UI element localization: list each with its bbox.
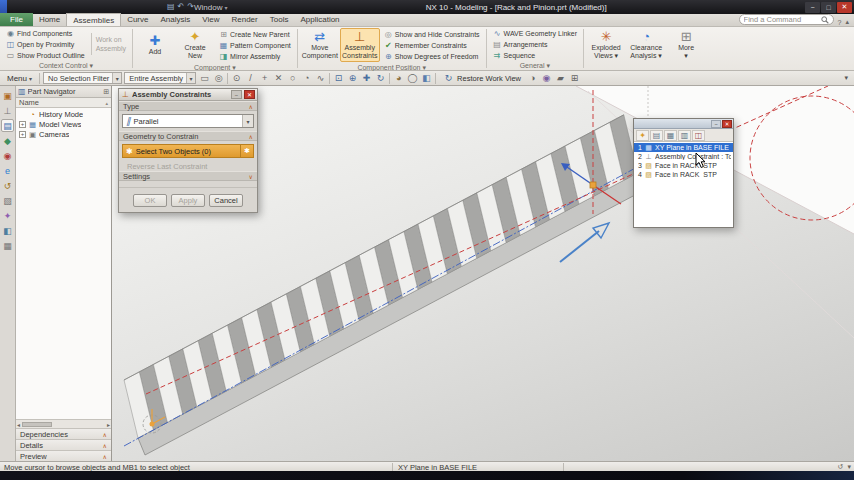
panel-close-button[interactable]: ✕ xyxy=(722,120,732,128)
render-style-icon[interactable]: ◑ xyxy=(526,72,539,85)
expand-icon[interactable]: + xyxy=(19,131,26,138)
apply-button[interactable]: Apply xyxy=(171,194,205,207)
undo-icon[interactable]: ↶ xyxy=(178,3,185,11)
mirror-assembly-button[interactable]: ◨Mirror Assembly xyxy=(217,51,293,61)
scroll-left-icon[interactable]: ◂ xyxy=(17,421,20,428)
selection-scope-dropdown[interactable]: Entire Assembly ▾ xyxy=(124,72,196,84)
tab-analysis[interactable]: Analysis xyxy=(154,13,196,26)
selection-list-item[interactable]: 2⊥Assembly Constraint : To... xyxy=(634,152,733,161)
close-button[interactable]: ✕ xyxy=(837,2,852,13)
tree-item-cameras[interactable]: +▣Cameras xyxy=(16,129,111,139)
wave-geometry-linker-button[interactable]: ∿WAVE Geometry Linker xyxy=(491,28,580,38)
exploded-views-button[interactable]: ✳ExplodedViews ▾ xyxy=(586,28,626,62)
zoom-icon[interactable]: ⊕ xyxy=(346,72,359,85)
expand-icon[interactable]: + xyxy=(19,121,26,128)
part-navigator-icon[interactable]: ▤ xyxy=(1,119,14,132)
maximize-button[interactable]: □ xyxy=(821,2,836,13)
ok-button[interactable]: OK xyxy=(133,194,167,207)
mid-point-icon[interactable]: + xyxy=(258,72,271,85)
snap-point-icon[interactable]: ⊙ xyxy=(230,72,243,85)
restore-work-view-button[interactable]: ↻ Restore Work View xyxy=(439,72,524,85)
cancel-button[interactable]: Cancel xyxy=(209,194,243,207)
view-orientation-icon[interactable]: ◧ xyxy=(420,72,433,85)
status-expand-icon[interactable]: ▾ xyxy=(847,463,851,471)
point-on-curve-icon[interactable]: ∿ xyxy=(314,72,327,85)
selection-filter-dropdown[interactable]: No Selection Filter ▾ xyxy=(43,72,122,84)
assembly-constraints-button[interactable]: ⊥AssemblyConstraints xyxy=(340,28,380,62)
panel-options-icon[interactable]: ⊞ xyxy=(103,88,109,96)
assembly-navigator-icon[interactable]: ▣ xyxy=(1,89,14,102)
panel-section-details[interactable]: Details∧ xyxy=(16,439,111,450)
detail-view-icon[interactable]: ▦ xyxy=(664,130,677,141)
constraint-navigator-icon[interactable]: ⊥ xyxy=(1,104,14,117)
tree-item-model-views[interactable]: +▦Model Views xyxy=(16,119,111,129)
select-icon[interactable]: ✦ xyxy=(636,130,649,141)
create-new-parent-button[interactable]: ⊞Create New Parent xyxy=(217,29,293,39)
quadrant-point-icon[interactable]: ◔ xyxy=(300,72,313,85)
settings-section-header[interactable]: Settings ∨ xyxy=(119,171,257,181)
window-icon[interactable]: ⊞ xyxy=(568,72,581,85)
create-new-button[interactable]: ✦CreateNew xyxy=(175,28,215,62)
process-studio-icon[interactable]: ▧ xyxy=(1,194,14,207)
remember-constraints-button[interactable]: ✔Remember Constraints xyxy=(382,40,482,50)
quickpick-titlebar[interactable]: − ✕ xyxy=(634,119,733,129)
dialog-pin-button[interactable]: − xyxy=(231,90,242,99)
list-view-icon[interactable]: ▤ xyxy=(650,130,663,141)
column-view-icon[interactable]: ▥ xyxy=(678,130,691,141)
roles-icon[interactable]: ◧ xyxy=(1,224,14,237)
selection-list-item[interactable]: 3▨Face in RACK_STP xyxy=(634,161,733,170)
reuse-library-icon[interactable]: ◆ xyxy=(1,134,14,147)
tab-file[interactable]: File xyxy=(0,13,33,26)
sequence-button[interactable]: ⇉Sequence xyxy=(491,50,580,60)
arrangements-button[interactable]: ▤Arrangements xyxy=(491,39,580,49)
system-materials-icon[interactable]: ▦ xyxy=(1,239,14,252)
fit-view-icon[interactable]: ⊡ xyxy=(332,72,345,85)
window-menu[interactable]: Window ▾ xyxy=(194,3,227,12)
scrollbar-thumb[interactable] xyxy=(22,422,52,427)
name-column-header[interactable]: Name ▴ xyxy=(16,98,111,108)
type-section-header[interactable]: Type ∧ xyxy=(119,101,257,111)
minimize-ribbon-icon[interactable]: ▴ xyxy=(845,18,849,26)
select-objects-field[interactable]: ✱ Select Two Objects (0) ✱ xyxy=(122,144,254,158)
geometry-section-header[interactable]: Geometry to Constrain ∧ xyxy=(119,131,257,141)
show-and-hide-constraints-button[interactable]: ◎Show and Hide Constraints xyxy=(382,29,482,39)
help-icon[interactable]: ? xyxy=(838,19,842,26)
tab-render[interactable]: Render xyxy=(225,13,263,26)
chevron-down-icon[interactable]: ▾ xyxy=(242,115,253,127)
tree-item-history-mode[interactable]: ◔History Mode xyxy=(16,109,111,119)
find-components-button[interactable]: ◉Find Components xyxy=(4,28,87,38)
rotate-icon[interactable]: ↻ xyxy=(374,72,387,85)
command-search[interactable]: Find a Command xyxy=(739,14,834,25)
true-shading-icon[interactable]: ◉ xyxy=(540,72,553,85)
selection-list-item[interactable]: 4▨Face in RACK_STP xyxy=(634,170,733,179)
part-navigator-header[interactable]: ▥ Part Navigator ⊞ xyxy=(16,86,111,98)
shaded-view-icon[interactable]: ◕ xyxy=(392,72,405,85)
move-component-button[interactable]: ⇄MoveComponent xyxy=(300,28,340,62)
toolbar-overflow-icon[interactable]: ▾ xyxy=(844,74,851,82)
wireframe-view-icon[interactable]: ◯ xyxy=(406,72,419,85)
edit-section-icon[interactable]: ▰ xyxy=(554,72,567,85)
settings-icon[interactable]: ◫ xyxy=(692,130,705,141)
hd3d-tools-icon[interactable]: ◉ xyxy=(1,149,14,162)
minimize-button[interactable]: − xyxy=(805,2,820,13)
save-icon[interactable]: ▤ xyxy=(167,3,175,11)
tab-tools[interactable]: Tools xyxy=(264,13,295,26)
constraint-type-dropdown[interactable]: ∥ Parallel ▾ xyxy=(122,114,254,128)
panel-section-dependencies[interactable]: Dependencies∧ xyxy=(16,428,111,439)
dialog-close-button[interactable]: ✕ xyxy=(244,90,255,99)
status-history-icon[interactable]: ↺ xyxy=(838,463,844,471)
highlight-icon[interactable]: ◎ xyxy=(212,72,225,85)
select-window-icon[interactable]: ▭ xyxy=(198,72,211,85)
tab-home[interactable]: Home xyxy=(33,13,66,26)
internet-explorer-icon[interactable]: e xyxy=(1,164,14,177)
end-point-icon[interactable]: / xyxy=(244,72,257,85)
tab-assemblies[interactable]: Assemblies xyxy=(66,13,121,26)
pan-icon[interactable]: ✚ xyxy=(360,72,373,85)
clearance-analysis-button[interactable]: ◔ClearanceAnalysis ▾ xyxy=(626,28,666,62)
panel-pin-button[interactable]: − xyxy=(711,120,721,128)
panel-section-preview[interactable]: Preview∧ xyxy=(16,450,111,461)
manufacturing-wizard-icon[interactable]: ✦ xyxy=(1,209,14,222)
history-palette-icon[interactable]: ↺ xyxy=(1,179,14,192)
scroll-right-icon[interactable]: ▸ xyxy=(107,421,110,428)
intersection-point-icon[interactable]: ✕ xyxy=(272,72,285,85)
